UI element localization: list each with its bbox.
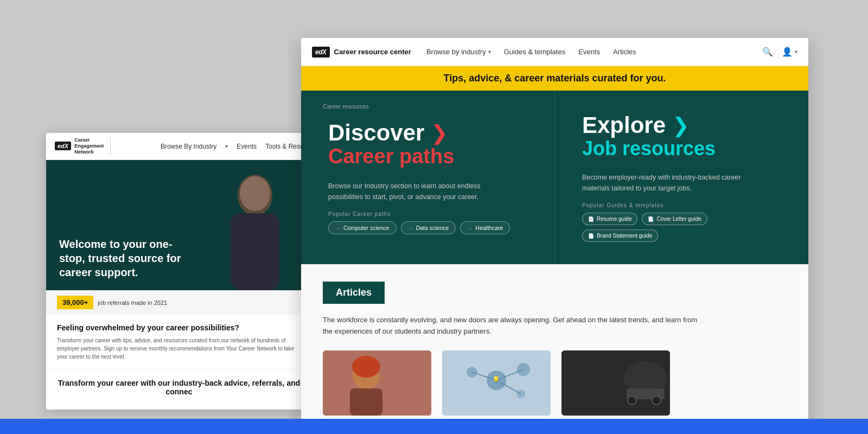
- hero-card-left-popular: Popular Career paths: [328, 211, 527, 217]
- front-window: edX Career resource center Browse by ind…: [301, 38, 808, 429]
- articles-cards-row: 💡: [323, 350, 787, 416]
- front-hero: Career resources Tips, advice, & career …: [301, 66, 808, 264]
- bottom-blue-bar: [0, 419, 868, 434]
- user-icon[interactable]: 👤 ▾: [782, 47, 797, 57]
- back-logo-text: Career Engagement Network: [74, 137, 104, 155]
- tag-data-science[interactable]: → Data science: [401, 221, 456, 234]
- front-nav-right: 🔍 👤 ▾: [762, 47, 797, 57]
- tag-arrow-icon: →: [467, 225, 473, 231]
- hero-card-right: Explore ❯ Job resources Become employer-…: [555, 91, 808, 264]
- back-logo: edX Career Engagement Network: [55, 137, 111, 155]
- svg-point-6: [352, 356, 380, 378]
- hero-arrow-left: ❯: [431, 121, 448, 145]
- back-section-title: Feeling overwhelmed by your career possi…: [57, 323, 301, 332]
- front-logo-box: edX: [312, 47, 330, 58]
- hero-card-left: Discover ❯ Career paths Browse our Indus…: [301, 91, 555, 264]
- back-hero: Welcome to your one-stop, trusted source…: [46, 160, 312, 290]
- doc-icon: 📄: [588, 233, 594, 239]
- hero-card-right-title1: Explore: [582, 113, 666, 138]
- hero-card-left-heading: Discover ❯: [328, 120, 527, 145]
- hero-card-left-tags: → Computer science → Data science → Heal…: [328, 221, 527, 234]
- front-nav-events[interactable]: Events: [578, 48, 600, 56]
- svg-text:💡: 💡: [492, 375, 500, 384]
- hero-card-right-title2: Job resources: [582, 138, 781, 159]
- hero-arrow-right: ❯: [672, 113, 690, 137]
- hero-card-right-popular: Popular Guides & templates: [582, 202, 781, 208]
- back-transform-title: Transform your career with our industry-…: [57, 379, 301, 396]
- back-window: edX Career Engagement Network Browse By …: [46, 133, 312, 410]
- hero-cards-row: Discover ❯ Career paths Browse our Indus…: [301, 91, 808, 264]
- tag-brand-statement[interactable]: 📄 Brand Statement guide: [582, 229, 658, 242]
- back-nav-browse[interactable]: Browse By Industry: [161, 143, 216, 150]
- stats-badge: 39,000+: [57, 296, 93, 309]
- stats-text: job referrals made in 2021: [98, 299, 167, 306]
- hero-card-right-desc: Become employer-ready with industry-back…: [582, 172, 745, 194]
- hero-banner-title: Tips, advice, & career materials curated…: [323, 73, 787, 84]
- doc-icon: 📄: [588, 216, 594, 222]
- search-icon[interactable]: 🔍: [762, 47, 773, 57]
- back-stats-bar: 39,000+ job referrals made in 2021: [46, 290, 312, 315]
- front-nav-browse[interactable]: Browse by industry ▾: [426, 48, 491, 56]
- articles-title: Articles: [323, 282, 385, 304]
- back-hero-heading: Welcome to your one-stop, trusted source…: [59, 237, 189, 279]
- user-chevron: ▾: [795, 49, 797, 55]
- back-section: Feeling overwhelmed by your career possi…: [46, 315, 312, 369]
- front-nav-links: Browse by industry ▾ Guides & templates …: [426, 48, 636, 56]
- back-transform-section: Transform your career with our industry-…: [46, 369, 312, 405]
- article-card-3[interactable]: [561, 350, 670, 416]
- svg-point-19: [628, 396, 636, 405]
- article-card-2[interactable]: 💡: [442, 350, 551, 416]
- hero-banner: Tips, advice, & career materials curated…: [301, 66, 808, 91]
- back-nav: edX Career Engagement Network Browse By …: [46, 133, 312, 160]
- hero-card-left-title2: Career paths: [328, 145, 527, 168]
- tag-arrow-icon: →: [408, 225, 413, 231]
- svg-rect-5: [350, 388, 382, 416]
- tag-cover-letter[interactable]: 📄 Cover Letter guide: [642, 213, 707, 225]
- breadcrumb: Career resources: [323, 103, 369, 110]
- tag-arrow-icon: →: [335, 225, 341, 231]
- hero-card-right-tags: 📄 Resume guide 📄 Cover Letter guide 📄 Br…: [582, 213, 781, 242]
- svg-point-20: [652, 396, 661, 405]
- front-nav-articles[interactable]: Articles: [613, 48, 636, 56]
- svg-rect-1: [231, 213, 279, 290]
- hero-card-left-desc: Browse our Industry section to learn abo…: [328, 181, 491, 202]
- back-nav-tools[interactable]: Tools & Resc: [265, 143, 303, 150]
- front-logo-text: Career resource center: [334, 48, 411, 56]
- article-card-1[interactable]: [323, 350, 431, 416]
- back-logo-box: edX: [55, 142, 71, 150]
- back-section-body: Transform your career with tips, advice,…: [57, 336, 301, 361]
- tag-resume[interactable]: 📄 Resume guide: [582, 213, 637, 225]
- back-hero-person: [220, 165, 296, 290]
- front-nav: edX Career resource center Browse by ind…: [301, 38, 808, 66]
- back-nav-links: Browse By Industry▾ Events Tools & Resc: [161, 143, 303, 150]
- browse-chevron: ▾: [225, 143, 228, 149]
- doc-icon: 📄: [648, 216, 654, 222]
- tag-healthcare[interactable]: → Healthcare: [460, 221, 510, 234]
- back-nav-events[interactable]: Events: [237, 143, 257, 150]
- articles-intro: The workforce is constantly evolving, an…: [323, 315, 703, 337]
- hero-card-right-heading: Explore ❯: [582, 113, 781, 138]
- articles-section: Articles The workforce is constantly evo…: [301, 264, 808, 429]
- svg-point-2: [240, 176, 270, 211]
- hero-card-left-title1: Discover: [328, 120, 424, 145]
- front-nav-guides[interactable]: Guides & templates: [504, 48, 565, 56]
- front-logo-area: edX Career resource center: [312, 47, 411, 58]
- front-browse-chevron: ▾: [488, 49, 491, 55]
- tag-computer-science[interactable]: → Computer science: [328, 221, 397, 234]
